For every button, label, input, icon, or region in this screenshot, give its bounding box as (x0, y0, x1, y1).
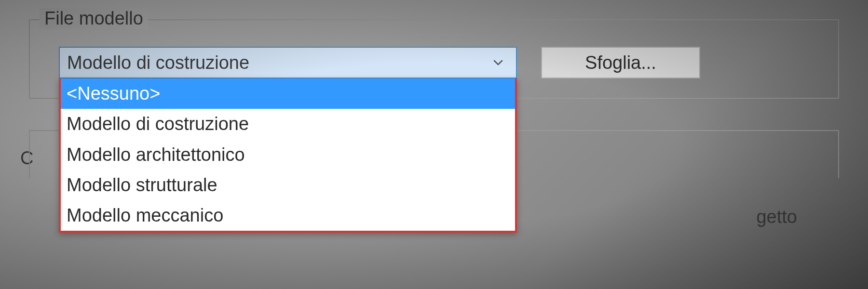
partial-text-fragment: getto (756, 207, 797, 227)
model-template-dropdown-button[interactable]: Modello di costruzione (59, 47, 517, 79)
model-template-dropdown-list[interactable]: <Nessuno> Modello di costruzione Modello… (59, 79, 517, 233)
dropdown-option-architectural[interactable]: Modello architettonico (61, 140, 515, 170)
dropdown-option-none[interactable]: <Nessuno> (61, 79, 515, 109)
dropdown-option-construction[interactable]: Modello di costruzione (61, 109, 515, 139)
model-template-dropdown[interactable]: Modello di costruzione <Nessuno> Modello… (59, 47, 517, 79)
dropdown-option-mechanical[interactable]: Modello meccanico (61, 200, 515, 231)
file-model-group: File modello Modello di costruzione <Nes… (29, 19, 839, 99)
dropdown-option-structural[interactable]: Modello strutturale (61, 170, 515, 200)
chevron-down-icon (492, 57, 504, 68)
browse-button-label: Sfoglia... (585, 53, 656, 73)
file-model-group-label: File modello (40, 8, 148, 29)
model-template-selected: Modello di costruzione (67, 53, 249, 73)
browse-button[interactable]: Sfoglia... (541, 47, 700, 79)
